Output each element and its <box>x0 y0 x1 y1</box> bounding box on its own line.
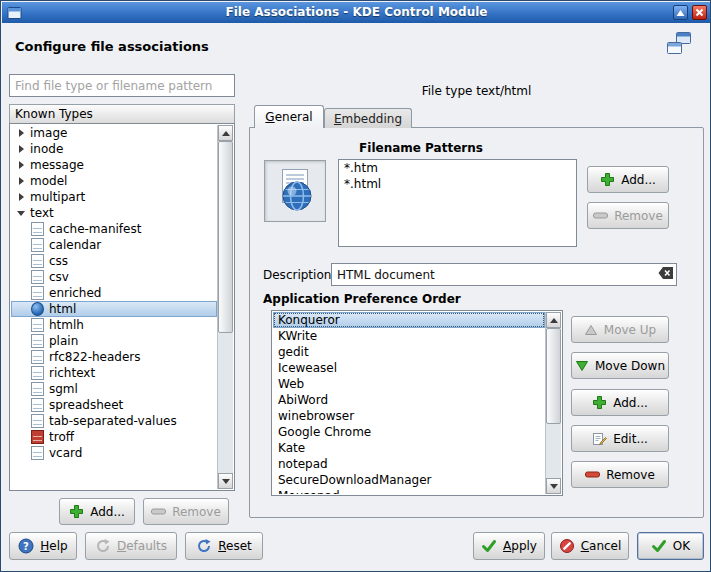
edit-application-button[interactable]: Edit... <box>571 425 669 452</box>
scroll-down-button[interactable] <box>218 473 233 489</box>
application-item[interactable]: Web <box>273 376 545 392</box>
defaults-button[interactable]: Defaults <box>85 532 177 560</box>
apply-icon <box>481 538 497 554</box>
tree-item[interactable]: htmlh <box>11 317 217 333</box>
tree-item[interactable]: vcard <box>11 445 217 461</box>
add-application-label: Add... <box>613 396 648 410</box>
tree-expander-icon[interactable] <box>15 127 27 139</box>
file-type-icon-button[interactable] <box>264 160 326 222</box>
remove-application-button[interactable]: Remove <box>571 461 669 488</box>
tree-item[interactable]: message <box>11 157 217 173</box>
cancel-button[interactable]: Cancel <box>551 532 629 560</box>
add-type-label: Add... <box>90 505 125 519</box>
scroll-up-button[interactable] <box>546 312 561 328</box>
application-item[interactable]: notepad <box>273 456 545 472</box>
apply-button[interactable]: Apply <box>473 532 545 560</box>
tree-item[interactable]: sgml <box>11 381 217 397</box>
tree-item-label: enriched <box>49 286 101 300</box>
tree-item[interactable]: model <box>11 173 217 189</box>
tree-item[interactable]: csv <box>11 269 217 285</box>
application-item[interactable]: Kate <box>273 440 545 456</box>
tree-item[interactable]: enriched <box>11 285 217 301</box>
remove-type-button[interactable]: Remove <box>143 498 229 525</box>
tree-expander-icon[interactable] <box>15 159 27 171</box>
tree-item[interactable]: cache-manifest <box>11 221 217 237</box>
application-list-scrollbar[interactable] <box>545 312 561 494</box>
application-item[interactable]: KWrite <box>273 328 545 344</box>
description-input[interactable] <box>332 268 656 282</box>
application-item[interactable]: Google Chrome <box>273 424 545 440</box>
known-types-tree: image inode message model <box>9 123 235 491</box>
application-item[interactable]: winebrowser <box>273 408 545 424</box>
known-types-header[interactable]: Known Types <box>9 104 235 124</box>
tree-item[interactable]: multipart <box>11 189 217 205</box>
clear-field-button[interactable] <box>656 264 676 285</box>
mime-type-icon <box>31 366 44 380</box>
application-item[interactable]: Iceweasel <box>273 360 545 376</box>
scrollbar-thumb[interactable] <box>546 328 561 424</box>
tree-expander-icon[interactable] <box>15 207 27 219</box>
add-application-button[interactable]: Add... <box>571 389 669 416</box>
remove-pattern-button[interactable]: Remove <box>587 202 669 229</box>
tree-item[interactable]: image <box>11 125 217 141</box>
remove-application-label: Remove <box>606 468 655 482</box>
add-pattern-button[interactable]: Add... <box>587 166 669 193</box>
tree-item[interactable]: richtext <box>11 365 217 381</box>
tree-expander-icon[interactable] <box>15 175 27 187</box>
mime-type-icon <box>31 398 44 412</box>
tree-item-label: vcard <box>49 446 82 460</box>
mime-type-icon <box>31 270 44 284</box>
tree-item[interactable]: troff <box>11 429 217 445</box>
close-button[interactable] <box>692 5 707 20</box>
mime-type-icon <box>31 238 44 252</box>
tree-item[interactable]: html <box>11 301 217 317</box>
tree-expander-icon[interactable] <box>15 143 27 155</box>
application-item[interactable]: SecureDownloadManager <box>273 472 545 488</box>
move-up-button[interactable]: Move Up <box>571 316 669 343</box>
shade-button[interactable] <box>673 5 688 20</box>
up-arrow-icon <box>222 131 230 136</box>
application-item[interactable]: Konqueror <box>273 312 545 328</box>
tree-item[interactable]: css <box>11 253 217 269</box>
scroll-down-button[interactable] <box>546 478 561 494</box>
scrollbar-thumb[interactable] <box>218 141 233 333</box>
application-item[interactable]: gedit <box>273 344 545 360</box>
tree-scrollbar[interactable] <box>217 125 233 489</box>
search-input[interactable] <box>9 74 235 97</box>
tree-item[interactable]: spreadsheet <box>11 397 217 413</box>
ok-button[interactable]: OK <box>637 532 704 560</box>
tree-item-label: troff <box>49 430 74 444</box>
application-item[interactable]: Mousepad <box>273 488 545 494</box>
tree-item-label: image <box>30 126 67 140</box>
page-title: Configure file associations <box>15 39 209 54</box>
scroll-up-button[interactable] <box>218 125 233 141</box>
pattern-item[interactable]: *.html <box>339 176 576 192</box>
cancel-label: Cancel <box>581 539 622 553</box>
pattern-item[interactable]: *.htm <box>339 160 576 176</box>
tab-embedding-label: Embedding <box>334 112 402 126</box>
tab-general[interactable]: General <box>254 105 324 128</box>
remove-icon <box>585 470 600 479</box>
add-type-button[interactable]: Add... <box>59 498 135 525</box>
tree-expander-icon[interactable] <box>15 191 27 203</box>
ok-icon <box>651 538 667 554</box>
tree-item-label: tab-separated-values <box>49 414 177 428</box>
application-item[interactable]: AbiWord <box>273 392 545 408</box>
file-association-icon <box>664 31 694 61</box>
tree-item[interactable]: plain <box>11 333 217 349</box>
mime-type-icon <box>31 430 44 444</box>
reset-button[interactable]: Reset <box>185 532 263 560</box>
add-pattern-label: Add... <box>621 173 656 187</box>
tree-item-label: html <box>49 302 76 316</box>
tree-item[interactable]: text <box>11 205 217 221</box>
application-label: notepad <box>278 457 328 471</box>
tree-item[interactable]: calendar <box>11 237 217 253</box>
tree-item[interactable]: rfc822-headers <box>11 349 217 365</box>
mime-type-icon <box>31 414 44 428</box>
tab-embedding[interactable]: Embedding <box>324 108 412 128</box>
move-down-button[interactable]: Move Down <box>571 352 669 379</box>
tree-item[interactable]: inode <box>11 141 217 157</box>
tree-item[interactable]: tab-separated-values <box>11 413 217 429</box>
help-button[interactable]: ? Help <box>9 532 77 560</box>
application-list: Konqueror KWrite gedit Iceweasel Web <box>271 310 563 496</box>
